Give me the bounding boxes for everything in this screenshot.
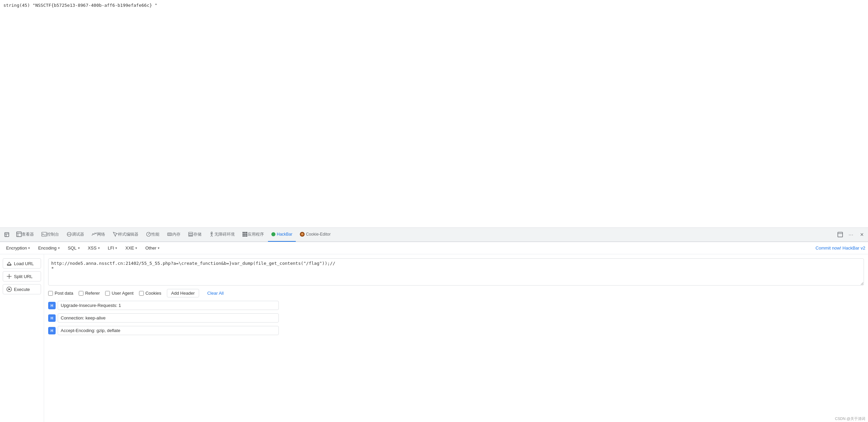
svg-line-23 — [211, 235, 212, 237]
svg-point-12 — [148, 234, 149, 235]
svg-line-24 — [212, 235, 213, 237]
header-input-2[interactable] — [58, 313, 279, 323]
console-icon — [41, 232, 47, 237]
sql-arrow-icon: ▾ — [78, 246, 80, 250]
svg-rect-32 — [244, 235, 246, 237]
user-agent-checkbox[interactable] — [105, 291, 110, 296]
post-data-checkbox[interactable] — [48, 291, 53, 296]
header-row-3: H — [48, 326, 279, 335]
svg-marker-40 — [8, 288, 11, 290]
header-row-1: H — [48, 301, 279, 310]
svg-rect-25 — [243, 232, 244, 233]
tab-style-editor[interactable]: 样式编辑器 — [109, 227, 142, 242]
header-badge-3: H — [48, 327, 56, 334]
header-input-3[interactable] — [58, 326, 279, 335]
user-agent-checkbox-label[interactable]: User Agent — [105, 291, 133, 296]
cookie-icon: 🍪 — [300, 232, 305, 237]
svg-rect-36 — [7, 265, 11, 265]
svg-rect-29 — [244, 234, 246, 235]
post-data-checkbox-label[interactable]: Post data — [48, 291, 73, 296]
tab-debugger[interactable]: 调试器 — [63, 227, 88, 242]
svg-point-20 — [211, 232, 212, 233]
menu-lfi[interactable]: LFI ▾ — [104, 244, 121, 252]
hackbar-menu: Encryption ▾ Encoding ▾ SQL ▾ XSS ▾ LFI … — [0, 242, 868, 254]
menu-xss[interactable]: XSS ▾ — [84, 244, 103, 252]
tab-apps[interactable]: 应用程序 — [239, 227, 267, 242]
header-badge-2: H — [48, 314, 56, 322]
cookies-checkbox[interactable] — [139, 291, 144, 296]
svg-rect-30 — [246, 234, 247, 235]
tab-accessibility[interactable]: 无障碍环境 — [206, 227, 238, 242]
load-url-icon — [6, 261, 12, 266]
svg-rect-17 — [189, 232, 193, 234]
cookies-checkbox-label[interactable]: Cookies — [139, 291, 161, 296]
close-devtools-button[interactable]: × — [857, 230, 867, 239]
network-icon — [92, 232, 97, 237]
commit-label[interactable]: Commit now! HackBar v2 — [815, 245, 865, 251]
add-header-button[interactable]: Add Header — [167, 289, 199, 297]
tab-console[interactable]: 控制台 — [38, 227, 62, 242]
undock-icon — [837, 232, 843, 237]
storage-icon — [188, 232, 193, 237]
tab-storage[interactable]: 存储 — [185, 227, 205, 242]
svg-rect-3 — [17, 232, 21, 237]
close-icon: × — [860, 231, 864, 238]
tab-inspector[interactable]: 查看器 — [13, 227, 37, 242]
load-url-button[interactable]: Load URL — [3, 258, 41, 269]
performance-icon — [146, 232, 151, 237]
hackbar-panel: Encryption ▾ Encoding ▾ SQL ▾ XSS ▾ LFI … — [0, 242, 868, 422]
hackbar-dot-icon — [271, 232, 275, 236]
header-input-1[interactable] — [58, 301, 279, 310]
svg-rect-19 — [189, 236, 193, 236]
svg-rect-27 — [246, 232, 247, 233]
menu-sql[interactable]: SQL ▾ — [64, 244, 83, 252]
accessibility-icon — [209, 232, 214, 237]
split-url-icon — [6, 274, 12, 279]
style-icon — [113, 232, 118, 237]
svg-rect-0 — [5, 233, 9, 237]
tab-performance[interactable]: 性能 — [142, 227, 163, 242]
header-badge-1: H — [48, 302, 56, 309]
svg-rect-18 — [189, 234, 193, 235]
devtools-right-controls: ··· × — [835, 230, 867, 239]
url-input[interactable] — [48, 258, 864, 286]
execute-button[interactable]: Execute — [3, 284, 41, 294]
hackbar-main: Load URL Split URL Execute — [0, 254, 868, 422]
execute-icon — [6, 287, 12, 292]
svg-rect-6 — [42, 232, 46, 236]
hackbar-content: Post data Referer User Agent Cookies Add… — [44, 254, 868, 422]
svg-rect-34 — [838, 232, 843, 237]
apps-icon — [242, 232, 248, 237]
devtools-inspect-btn[interactable] — [1, 229, 12, 240]
debugger-icon — [66, 232, 72, 237]
page-footer: CSDN @关于清词 — [832, 416, 868, 422]
menu-other[interactable]: Other ▾ — [142, 244, 163, 252]
lfi-arrow-icon: ▾ — [115, 246, 117, 250]
other-arrow-icon: ▾ — [158, 246, 159, 250]
memory-icon — [167, 232, 172, 237]
undock-button[interactable] — [835, 230, 845, 239]
checkboxes-row: Post data Referer User Agent Cookies Add… — [48, 289, 864, 297]
tab-hackbar[interactable]: HackBar — [268, 227, 296, 242]
hackbar-sidebar: Load URL Split URL Execute — [0, 254, 44, 422]
devtools-bar: 查看器 控制台 调试器 网络 样式编辑器 性能 — [0, 227, 868, 242]
tab-cookie-editor[interactable]: 🍪 Cookie-Editor — [296, 227, 334, 242]
split-url-button[interactable]: Split URL — [3, 271, 41, 281]
tab-memory[interactable]: 内存 — [163, 227, 184, 242]
ellipsis-icon: ··· — [849, 232, 854, 237]
xxe-arrow-icon: ▾ — [135, 246, 137, 250]
menu-xxe[interactable]: XXE ▾ — [122, 244, 140, 252]
header-row-2: H — [48, 313, 279, 323]
xss-arrow-icon: ▾ — [98, 246, 100, 250]
more-options-button[interactable]: ··· — [846, 230, 856, 239]
referer-checkbox-label[interactable]: Referer — [79, 291, 100, 296]
svg-rect-31 — [243, 235, 244, 237]
referer-checkbox[interactable] — [79, 291, 83, 296]
clear-all-button[interactable]: Clear All — [205, 289, 226, 297]
encryption-arrow-icon: ▾ — [28, 246, 30, 250]
tab-network[interactable]: 网络 — [88, 227, 109, 242]
svg-rect-26 — [244, 232, 246, 233]
svg-rect-33 — [246, 235, 247, 237]
menu-encryption[interactable]: Encryption ▾ — [3, 244, 33, 252]
menu-encoding[interactable]: Encoding ▾ — [35, 244, 63, 252]
